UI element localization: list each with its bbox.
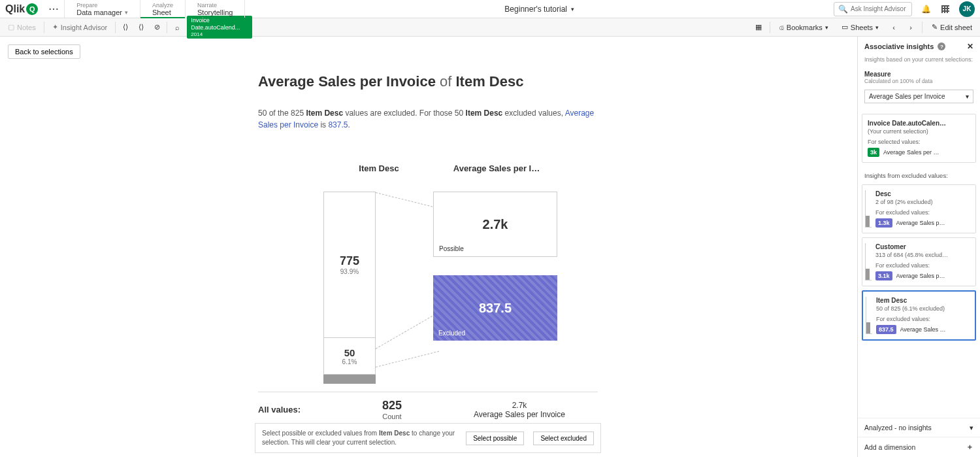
excluded-measure-value: 837.5 [479,301,512,316]
add-dimension[interactable]: Add a dimension＋ [858,437,980,457]
value-pill: 1.3k [875,218,892,228]
sheets-menu[interactable]: ▭Sheets▾ [838,22,883,33]
insight-summary: 50 of the 825 Item Desc values are exclu… [258,107,598,131]
qlik-logo: QlikQ [5,3,38,15]
total-count-label: Count [343,413,441,420]
panel-title: Associative insights [864,42,934,50]
measure-dropdown[interactable]: Average Sales per Invoice▾ [864,90,973,103]
nav-analyze[interactable]: Analyze Sheet [140,0,185,18]
apps-grid-icon[interactable] [939,3,951,15]
chevron-down-icon: ▾ [125,9,128,16]
selections-back-icon[interactable]: ⟨⟩ [120,22,131,33]
insight-advisor-button[interactable]: ✦Insight Advisor [48,23,112,31]
col-header-measure: Average Sales per I… [434,163,559,173]
selections-forward-icon[interactable]: ⟨⟩ [135,22,147,33]
bookmark-icon: ⟃ [779,24,784,31]
edit-sheet-button[interactable]: ✎Edit sheet [928,22,976,33]
smart-search-icon[interactable]: ⌕ [171,22,183,33]
search-input[interactable] [851,5,907,12]
notes-button[interactable]: ▢Notes [4,23,40,31]
more-menu[interactable]: ⋯ [48,3,59,15]
connector-line [376,316,433,349]
total-measure-label: Average Sales per Invoice [454,410,585,419]
selection-chip[interactable]: Invoice Date.autoCalend... 2014 [187,16,252,39]
back-to-selections-button[interactable]: Back to selections [8,44,80,59]
excluded-count: 50 [344,347,355,358]
clear-selections-icon[interactable]: ⊘ [151,22,163,33]
excluded-measure-box[interactable]: 837.5 Excluded [433,275,557,341]
nav-narrate[interactable]: Narrate Storytelling [185,0,245,18]
search-icon: 🔍 [838,5,848,14]
total-count: 825 [343,399,441,413]
bar-base [323,375,376,384]
selection-footer: Select possible or excluded values from … [255,423,601,453]
chevron-down-icon[interactable]: ▾ [571,6,574,12]
insight-title: Average Sales per Invoice of Item Desc [258,73,857,90]
analyzed-no-insights[interactable]: Analyzed - no insights▾ [858,418,980,437]
panel-subtitle: Insights based on your current selection… [858,56,980,68]
note-icon: ▢ [8,23,14,31]
chevron-down-icon: ▾ [966,93,969,100]
insight-card-customer[interactable]: Customer 313 of 684 (45.8% exclud… For e… [862,237,976,286]
measure-section-sub: Calculated on 100% of data [858,78,980,87]
qlik-q-icon: Q [26,3,38,15]
value-pill: 3.1k [875,271,892,280]
chevron-down-icon: ▾ [875,24,879,31]
total-measure: 2.7k [454,401,585,410]
insight-card-desc[interactable]: Desc 2 of 98 (2% excluded) For excluded … [862,184,976,233]
info-icon[interactable]: ? [938,42,945,50]
dimension-bar: 775 93.9% 50 6.1% [323,192,376,375]
nav-prepare[interactable]: Prepare Data manager▾ [64,0,140,18]
value-pill: 3k [868,148,879,157]
chevron-down-icon: ▾ [825,24,828,31]
excluded-label: Excluded [438,330,465,337]
sparkline-icon [865,190,872,228]
possible-measure-value: 2.7k [483,217,508,232]
all-values-label: All values: [258,405,343,415]
bookmarks-menu[interactable]: ⟃Bookmarks▾ [776,22,832,33]
connector-line [376,192,439,209]
associative-insights-panel: Associative insights ? ✕ Insights based … [857,37,980,457]
divider [258,392,598,392]
value-pill: 837.5 [876,325,896,334]
next-sheet-icon[interactable]: › [905,22,917,33]
insight-card-current[interactable]: Invoice Date.autoCalen… (Your current se… [862,114,976,163]
sparkline-icon [866,297,872,334]
avatar[interactable]: JK [959,1,975,17]
col-header-dimension: Item Desc [323,163,434,173]
sparkline-icon [865,243,872,280]
close-icon[interactable]: ✕ [967,42,973,51]
sheet-icon: ▭ [841,23,848,31]
connector-line [376,351,439,367]
plus-icon: ＋ [966,443,973,452]
insight-search[interactable]: 🔍 [834,2,912,16]
selections-tool-icon[interactable]: ▦ [753,22,764,33]
select-excluded-button[interactable]: Select excluded [533,432,594,445]
measure-section-label: Measure [858,68,980,78]
possible-label: Possible [439,245,464,252]
select-possible-button[interactable]: Select possible [466,432,524,445]
excluded-pct: 6.1% [342,358,357,365]
possible-count: 775 [340,254,359,268]
insight-card-item-desc[interactable]: Item Desc 50 of 825 (6.1% excluded) For … [862,290,976,341]
page-title: Beginner's tutorial [504,5,567,14]
notifications-icon[interactable]: 🔔 [920,3,932,15]
possible-pct: 93.9% [340,268,359,275]
possible-measure-box[interactable]: 2.7k Possible [433,192,557,257]
pencil-icon: ✎ [932,23,938,31]
chevron-down-icon: ▾ [970,424,973,432]
sparkle-icon: ✦ [52,23,58,31]
excluded-insights-header: Insights from excluded values: [862,167,976,180]
prev-sheet-icon[interactable]: ‹ [888,22,900,33]
